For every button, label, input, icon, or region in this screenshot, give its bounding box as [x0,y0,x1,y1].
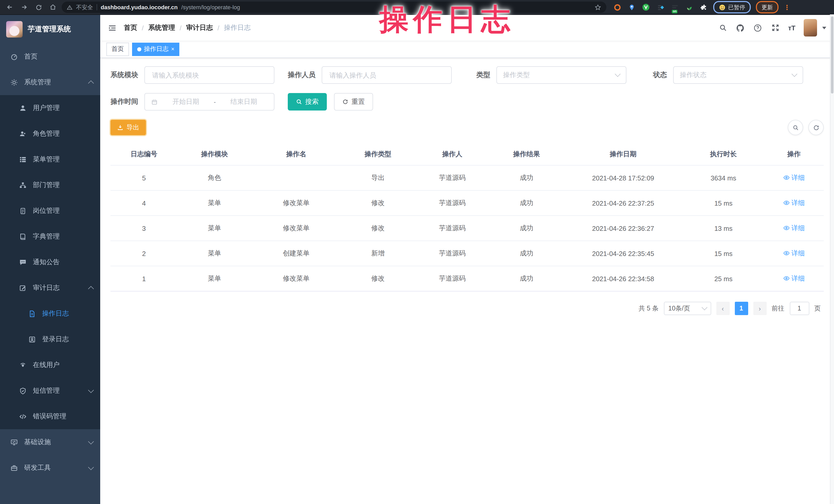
user-avatar[interactable] [804,19,817,37]
online-signal-icon [19,361,27,369]
code-icon [19,413,27,420]
sidebar-item-home[interactable]: 首页 [0,44,100,69]
extension-on-badge-icon[interactable]: on [670,3,679,12]
module-label: 系统模块 [110,70,138,80]
table-row: 3 菜单 修改菜单 修改 芋道源码 成功 2021-04-26 22:36:27… [110,216,824,241]
sidebar-item-audit-log[interactable]: 审计日志 [0,275,100,301]
window-scrollbar[interactable] [830,15,834,504]
col-header-name: 操作名 [251,150,341,159]
detail-link[interactable]: 详细 [783,198,805,208]
sidebar: 芋道管理系统 首页 系统管理 用户管理 角色管理 [0,15,100,504]
tab-operate-log[interactable]: 操作日志 × [132,42,180,56]
sidebar-item-dict-management[interactable]: 字典管理 [0,224,100,249]
table-row: 2 菜单 创建菜单 新增 芋道源码 成功 2021-04-26 22:35:45… [110,241,824,266]
module-input[interactable] [151,71,268,80]
sidebar-item-notice[interactable]: 通知公告 [0,249,100,275]
bookmark-star-icon[interactable] [595,4,601,10]
prev-page-button[interactable]: ‹ [716,302,729,315]
avatar-caret-icon[interactable] [822,26,826,29]
sidebar-toggle-icon[interactable] [108,23,117,32]
chevron-down-icon [792,71,797,77]
browser-reload-icon[interactable] [34,3,43,12]
sidebar-item-post-management[interactable]: 岗位管理 [0,198,100,224]
document-icon [28,310,36,317]
pagination: 共 5 条 10条/页 ‹ 1 › 前往 页 [110,302,824,315]
detail-link[interactable]: 详细 [783,173,805,182]
extension-orange-ring-icon[interactable] [613,3,622,12]
sidebar-item-role-management[interactable]: 角色管理 [0,121,100,147]
status-select[interactable]: 操作状态 [673,66,803,84]
export-button[interactable]: 导出 [110,120,146,135]
filter-row-2: 操作时间 开始日期 - 结束日期 搜索 重置 [110,93,824,111]
detail-link[interactable]: 详细 [783,249,805,258]
download-icon [117,125,123,131]
extensions-puzzle-icon[interactable] [699,3,708,12]
url-path: /system/log/operate-log [181,4,240,10]
scrollbar-thumb[interactable] [831,17,833,93]
sidebar-item-infrastructure[interactable]: 基础设施 [0,429,100,455]
calendar-icon [151,98,158,105]
browser-forward-icon[interactable] [20,3,29,12]
tab-close-icon[interactable]: × [171,46,174,52]
operator-label: 操作人员 [288,70,315,80]
extension-green-v-icon[interactable] [641,3,651,12]
chevron-up-icon [88,286,94,292]
reset-button[interactable]: 重置 [334,93,373,111]
github-icon[interactable] [736,23,745,32]
browser-update-button[interactable]: 更新 [756,1,778,13]
sidebar-item-error-code[interactable]: 错误码管理 [0,403,100,429]
chevron-down-icon [88,464,94,470]
app-logo-row[interactable]: 芋道管理系统 [0,15,100,44]
breadcrumb-audit-log[interactable]: 审计日志 [186,23,213,32]
goto-page-input[interactable] [790,302,809,315]
refresh-table-button[interactable] [808,120,824,135]
next-page-button[interactable]: › [753,302,766,315]
refresh-icon [342,99,348,105]
detail-link[interactable]: 详细 [783,274,805,283]
chevron-down-icon [88,438,94,444]
total-count: 共 5 条 [638,304,659,313]
sidebar-item-menu-management[interactable]: 菜单管理 [0,147,100,172]
browser-back-icon[interactable] [5,3,15,12]
fullscreen-icon[interactable] [771,23,780,32]
breadcrumb-system[interactable]: 系统管理 [148,23,175,32]
extension-map-pin-icon[interactable] [627,3,636,12]
font-size-icon[interactable]: ᴛT [788,24,795,31]
extension-diamond-icon[interactable] [656,3,665,12]
date-range-picker[interactable]: 开始日期 - 结束日期 [145,93,275,111]
col-header-duration: 执行时长 [683,150,764,159]
end-date-placeholder: 结束日期 [220,97,268,106]
extension-paused-pill[interactable]: 已暂停 [713,1,751,13]
sidebar-item-login-log[interactable]: 登录日志 [0,326,100,352]
shield-check-icon [19,387,27,395]
sidebar-item-user-management[interactable]: 用户管理 [0,95,100,121]
search-button[interactable]: 搜索 [288,93,327,111]
sidebar-item-system-management[interactable]: 系统管理 [0,69,100,95]
extension-sprout-icon[interactable] [684,3,694,12]
browser-extensions: on 已暂停 更新 ⋮ [613,1,790,13]
page-size-select[interactable]: 10条/页 [664,302,711,315]
search-icon[interactable] [718,23,727,32]
address-bar[interactable]: 不安全 dashboard.yudao.iocoder.cn/system/lo… [62,2,606,13]
browser-toolbar: 不安全 dashboard.yudao.iocoder.cn/system/lo… [0,0,834,15]
help-icon[interactable] [753,23,762,32]
table-row: 1 菜单 修改菜单 修改 芋道源码 成功 2021-04-26 22:34:58… [110,266,824,291]
current-page[interactable]: 1 [734,302,748,315]
sidebar-item-dept-management[interactable]: 部门管理 [0,172,100,198]
browser-menu-icon[interactable]: ⋮ [784,3,790,11]
search-icon [296,99,302,105]
browser-home-icon[interactable] [48,3,58,12]
org-tree-icon [19,181,27,189]
breadcrumb-home[interactable]: 首页 [124,23,137,32]
type-select[interactable]: 操作类型 [497,66,627,84]
operator-input[interactable] [328,71,445,80]
tab-home[interactable]: 首页 [106,42,129,56]
login-log-icon [28,335,36,343]
sidebar-item-dev-tools[interactable]: 研发工具 [0,455,100,481]
detail-link[interactable]: 详细 [783,224,805,233]
sidebar-item-operate-log[interactable]: 操作日志 [0,301,100,326]
show-search-button[interactable] [788,120,803,135]
sidebar-item-sms-management[interactable]: 短信管理 [0,378,100,403]
col-header-date: 操作日期 [564,150,683,159]
sidebar-item-online-users[interactable]: 在线用户 [0,352,100,378]
